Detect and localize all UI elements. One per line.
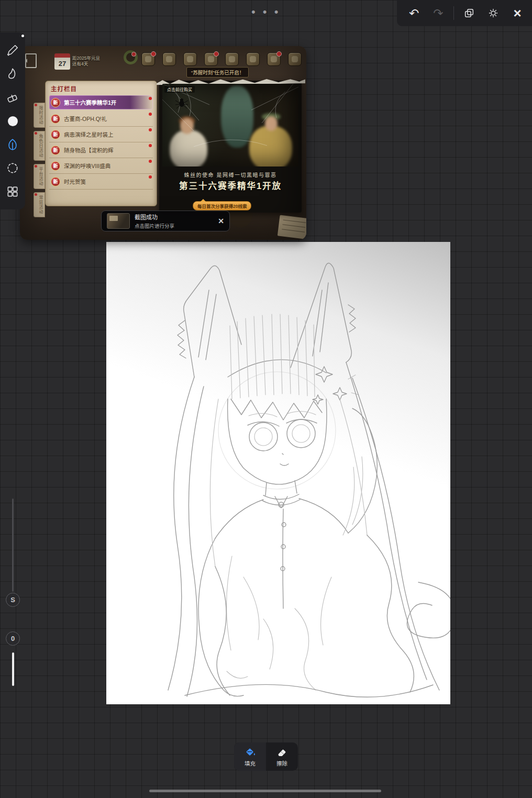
layout-grid-tool-button[interactable] [4,183,21,201]
category-tabs: 限时活动角色日活动平台活动常驻活动 [34,103,45,217]
new-badge: 新 [51,161,60,171]
fill-button-label: 填充 [245,759,256,767]
promo-title: 第三十六赛季精华1开放 [159,179,302,192]
tool-palette [0,32,25,209]
size-slider-button[interactable]: S [6,593,20,607]
gift-icon[interactable] [141,52,155,66]
event-row[interactable]: 新古董商-OPH.Q!礼 [49,111,153,127]
redo-button[interactable]: ↷ [426,0,450,26]
figure-man-silhouette [170,130,207,167]
smudge-tool-button[interactable] [4,65,21,83]
new-badge: 新 [51,130,60,139]
new-badge: 新 [51,146,60,155]
calendar-caption-line2: 还有4天 [72,61,100,67]
eraser-tool-button[interactable] [4,88,21,106]
category-tab[interactable]: 角色日活动 [34,131,45,161]
event-row[interactable]: 新第三十六赛季精华1开 [49,95,153,109]
wreath-event-icon [124,50,138,64]
window-drag-handle[interactable]: • • • [251,5,280,19]
erase-eraser-icon [276,747,288,758]
category-tab[interactable]: 限时活动 [34,103,45,128]
layers-button[interactable] [457,0,481,26]
lasso-icon [6,161,19,175]
sketch-artwork [106,242,450,704]
promo-illustration: 点击前往购买 [162,84,298,167]
share-bonus-badge: 每日首次分享获得20线索 [193,201,251,210]
fill-button[interactable]: 填充 [234,742,266,771]
notification-dot [149,97,152,100]
brush-tool-button[interactable] [4,41,21,59]
event-row-label: 随身物品【淀积的辉 [64,146,114,154]
layers-icon [463,7,475,19]
toast-line2: 点击图片进行分享 [135,222,174,229]
selection-tool-button[interactable] [4,159,21,177]
event-row[interactable]: 新时光贺笺 [49,174,153,190]
current-color-circle [8,116,18,126]
event-row-label: 第三十六赛季精华1开 [64,98,116,106]
figure-man-head [180,118,194,134]
horizontal-scrollbar[interactable] [149,790,381,792]
opacity-slider-button[interactable]: 0 [6,631,20,646]
exit-door-icon [25,53,37,68]
slider-value-handle[interactable] [12,652,14,686]
friends-icon[interactable] [267,52,281,66]
task-banner: “苏醒时刻”任务已开启！ [186,67,249,77]
figure-lady-head [265,116,278,131]
calendar-header-strip [54,53,70,58]
eraser-icon [6,91,19,104]
calendar-caption-line1: 距2025年元旦 [72,56,100,61]
panel-header: 主打栏目 [46,81,157,94]
screenshot-toast[interactable]: 截图成功 点击图片进行分享 ✕ [101,210,230,231]
figure-man-hair [179,116,195,126]
color-swatch-button[interactable] [4,112,21,130]
chat-icon[interactable] [225,52,239,66]
calendar-caption: 距2025年元旦 还有4天 [72,56,100,67]
scroll-icon[interactable] [162,52,176,66]
album-icon[interactable] [183,52,197,66]
toast-close-icon[interactable]: ✕ [218,217,224,225]
erase-button-label: 擦除 [276,759,287,767]
promo-photo-card: 点击前往购买 蛛丝的使命 是网 [159,81,302,213]
fill-leaf-tool-button[interactable] [4,136,21,153]
smudge-icon [6,67,19,81]
figure-back-silhouette [221,86,253,148]
event-row-label: 深渊的呼唤VIII盛典 [64,162,110,170]
category-tab[interactable]: 常驻活动 [34,192,45,217]
shot-icon-row [141,52,302,66]
imported-screenshot-layer[interactable]: 27 距2025年元旦 还有4天 “苏醒时刻”任务已开启！ 限时活动角色日活动平… [20,46,306,240]
toast-text: 截图成功 点击图片进行分享 [135,213,174,229]
slider-track[interactable] [12,498,14,592]
active-tool-indicator-dot [21,35,24,37]
toast-line1: 截图成功 [135,213,174,221]
close-button[interactable]: × [505,0,529,26]
shop-settings-icon[interactable] [288,52,302,66]
notification-dot [149,113,152,116]
figure-lady-silhouette [249,126,292,167]
topbar-divider [453,6,454,20]
figure-lady-hat [262,113,281,120]
notification-dot [149,128,152,131]
drawing-canvas[interactable] [106,242,450,704]
event-row[interactable]: 新随身物品【淀积的辉 [49,142,153,158]
event-row-label: 古董商-OPH.Q!礼 [64,115,107,123]
event-row[interactable]: 新深渊的呼唤VIII盛典 [49,158,153,174]
event-panel-body: 主打栏目 新第三十六赛季精华1开新古董商-OPH.Q!礼新病患演绎之星时装上新随… [45,81,157,206]
erase-button[interactable]: 擦除 [266,742,298,771]
undo-button[interactable]: ↶ [402,0,426,26]
new-badge: 新 [51,98,60,107]
settings-button[interactable] [481,0,505,26]
new-badge: 新 [51,114,60,124]
storage-icon[interactable] [246,52,260,66]
brush-slider-column: S 0 [6,498,20,697]
spider-web-overlay [162,84,298,167]
decor-note-paper [278,215,306,240]
event-row[interactable]: 新病患演绎之星时装上 [49,127,153,142]
notification-dot [149,175,152,179]
gear-icon [487,7,499,19]
promo-tagline: 蛛丝的使命 是网缚一切黑暗与罪恶 [159,171,302,179]
category-tab[interactable]: 平台活动 [34,164,45,189]
mail-icon[interactable] [204,52,218,66]
promo-corner-tag: 点击前往购买 [164,86,195,93]
screenshot-thumbnail[interactable] [107,213,130,229]
notification-dot [149,160,152,163]
